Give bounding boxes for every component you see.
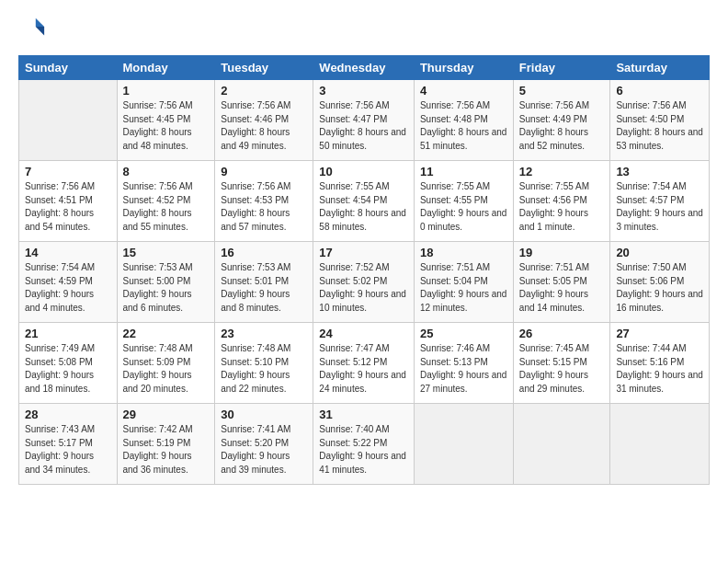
day-info: Sunrise: 7:56 AMSunset: 4:46 PMDaylight:…: [221, 99, 307, 153]
calendar-cell: [610, 404, 710, 485]
calendar-cell: 27Sunrise: 7:44 AMSunset: 5:16 PMDayligh…: [610, 323, 710, 404]
calendar-week-row: 7Sunrise: 7:56 AMSunset: 4:51 PMDaylight…: [19, 161, 710, 242]
calendar-cell: 1Sunrise: 7:56 AMSunset: 4:45 PMDaylight…: [117, 80, 215, 161]
day-info: Sunrise: 7:53 AMSunset: 5:00 PMDaylight:…: [123, 261, 210, 315]
calendar-cell: 21Sunrise: 7:49 AMSunset: 5:08 PMDayligh…: [19, 323, 118, 404]
day-info: Sunrise: 7:56 AMSunset: 4:53 PMDaylight:…: [221, 180, 307, 234]
day-number: 18: [420, 246, 507, 259]
day-number: 22: [123, 327, 210, 340]
calendar-cell: 22Sunrise: 7:48 AMSunset: 5:09 PMDayligh…: [117, 323, 215, 404]
day-number: 5: [519, 84, 605, 98]
day-number: 25: [420, 327, 507, 340]
day-info: Sunrise: 7:46 AMSunset: 5:13 PMDaylight:…: [420, 342, 507, 396]
day-info: Sunrise: 7:53 AMSunset: 5:01 PMDaylight:…: [221, 261, 307, 315]
calendar-cell: 3Sunrise: 7:56 AMSunset: 4:47 PMDaylight…: [313, 80, 415, 161]
calendar-cell: 29Sunrise: 7:42 AMSunset: 5:19 PMDayligh…: [117, 404, 215, 485]
calendar-cell: 2Sunrise: 7:56 AMSunset: 4:46 PMDaylight…: [215, 80, 313, 161]
calendar-cell: 18Sunrise: 7:51 AMSunset: 5:04 PMDayligh…: [414, 242, 513, 323]
weekday-header: Wednesday: [313, 56, 415, 80]
calendar-cell: 26Sunrise: 7:45 AMSunset: 5:15 PMDayligh…: [513, 323, 610, 404]
svg-marker-0: [36, 18, 44, 27]
day-info: Sunrise: 7:47 AMSunset: 5:12 PMDaylight:…: [319, 342, 408, 396]
calendar-cell: 17Sunrise: 7:52 AMSunset: 5:02 PMDayligh…: [313, 242, 415, 323]
calendar-cell: 19Sunrise: 7:51 AMSunset: 5:05 PMDayligh…: [513, 242, 610, 323]
day-number: 16: [221, 246, 307, 259]
calendar-cell: 9Sunrise: 7:56 AMSunset: 4:53 PMDaylight…: [215, 161, 313, 242]
day-info: Sunrise: 7:52 AMSunset: 5:02 PMDaylight:…: [319, 261, 408, 315]
weekday-header: Sunday: [19, 56, 118, 80]
day-info: Sunrise: 7:56 AMSunset: 4:45 PMDaylight:…: [123, 99, 210, 153]
calendar-cell: 11Sunrise: 7:55 AMSunset: 4:55 PMDayligh…: [414, 161, 513, 242]
calendar-cell: 31Sunrise: 7:40 AMSunset: 5:22 PMDayligh…: [313, 404, 415, 485]
weekday-header: Tuesday: [215, 56, 313, 80]
day-info: Sunrise: 7:48 AMSunset: 5:10 PMDaylight:…: [221, 342, 307, 396]
day-info: Sunrise: 7:41 AMSunset: 5:20 PMDaylight:…: [221, 423, 307, 477]
day-number: 24: [319, 327, 408, 340]
calendar-cell: 30Sunrise: 7:41 AMSunset: 5:20 PMDayligh…: [215, 404, 313, 485]
day-info: Sunrise: 7:51 AMSunset: 5:04 PMDaylight:…: [420, 261, 507, 315]
calendar-week-row: 21Sunrise: 7:49 AMSunset: 5:08 PMDayligh…: [19, 323, 710, 404]
calendar-cell: 6Sunrise: 7:56 AMSunset: 4:50 PMDaylight…: [610, 80, 710, 161]
day-info: Sunrise: 7:43 AMSunset: 5:17 PMDaylight:…: [25, 423, 111, 477]
weekday-header: Friday: [513, 56, 610, 80]
calendar-week-row: 28Sunrise: 7:43 AMSunset: 5:17 PMDayligh…: [19, 404, 710, 485]
day-info: Sunrise: 7:56 AMSunset: 4:47 PMDaylight:…: [319, 99, 408, 153]
svg-marker-1: [36, 27, 44, 35]
day-number: 1: [123, 84, 210, 98]
calendar-cell: 16Sunrise: 7:53 AMSunset: 5:01 PMDayligh…: [215, 242, 313, 323]
calendar-week-row: 14Sunrise: 7:54 AMSunset: 4:59 PMDayligh…: [19, 242, 710, 323]
calendar-cell: 20Sunrise: 7:50 AMSunset: 5:06 PMDayligh…: [610, 242, 710, 323]
day-number: 23: [221, 327, 307, 340]
calendar-cell: 8Sunrise: 7:56 AMSunset: 4:52 PMDaylight…: [117, 161, 215, 242]
weekday-header: Thursday: [414, 56, 513, 80]
day-info: Sunrise: 7:48 AMSunset: 5:09 PMDaylight:…: [123, 342, 210, 396]
header: [18, 15, 710, 44]
day-info: Sunrise: 7:42 AMSunset: 5:19 PMDaylight:…: [123, 423, 210, 477]
day-number: 4: [420, 84, 507, 98]
page: SundayMondayTuesdayWednesdayThursdayFrid…: [0, 0, 728, 563]
day-number: 8: [123, 165, 210, 178]
day-info: Sunrise: 7:40 AMSunset: 5:22 PMDaylight:…: [319, 423, 408, 477]
day-number: 6: [616, 84, 703, 98]
calendar-cell: 13Sunrise: 7:54 AMSunset: 4:57 PMDayligh…: [610, 161, 710, 242]
day-number: 12: [519, 165, 605, 178]
day-info: Sunrise: 7:44 AMSunset: 5:16 PMDaylight:…: [616, 342, 703, 396]
day-info: Sunrise: 7:56 AMSunset: 4:49 PMDaylight:…: [519, 99, 605, 153]
calendar-cell: 23Sunrise: 7:48 AMSunset: 5:10 PMDayligh…: [215, 323, 313, 404]
day-number: 9: [221, 165, 307, 178]
weekday-header-row: SundayMondayTuesdayWednesdayThursdayFrid…: [19, 56, 710, 80]
day-number: 27: [616, 327, 703, 340]
day-number: 15: [123, 246, 210, 259]
day-number: 21: [25, 327, 111, 340]
day-number: 14: [25, 246, 111, 259]
day-info: Sunrise: 7:56 AMSunset: 4:51 PMDaylight:…: [25, 180, 111, 234]
calendar-cell: 12Sunrise: 7:55 AMSunset: 4:56 PMDayligh…: [513, 161, 610, 242]
day-number: 26: [519, 327, 605, 340]
day-number: 11: [420, 165, 507, 178]
day-info: Sunrise: 7:51 AMSunset: 5:05 PMDaylight:…: [519, 261, 605, 315]
logo-icon: [20, 15, 46, 40]
calendar-cell: 24Sunrise: 7:47 AMSunset: 5:12 PMDayligh…: [313, 323, 415, 404]
day-number: 31: [319, 408, 408, 421]
day-info: Sunrise: 7:56 AMSunset: 4:50 PMDaylight:…: [616, 99, 703, 153]
calendar-cell: [513, 404, 610, 485]
calendar: SundayMondayTuesdayWednesdayThursdayFrid…: [18, 55, 710, 485]
day-number: 3: [319, 84, 408, 98]
day-number: 10: [319, 165, 408, 178]
calendar-cell: 28Sunrise: 7:43 AMSunset: 5:17 PMDayligh…: [19, 404, 118, 485]
day-number: 7: [25, 165, 111, 178]
day-info: Sunrise: 7:56 AMSunset: 4:52 PMDaylight:…: [123, 180, 210, 234]
day-number: 20: [616, 246, 703, 259]
calendar-cell: 15Sunrise: 7:53 AMSunset: 5:00 PMDayligh…: [117, 242, 215, 323]
day-number: 17: [319, 246, 408, 259]
calendar-cell: 7Sunrise: 7:56 AMSunset: 4:51 PMDaylight…: [19, 161, 118, 242]
weekday-header: Monday: [117, 56, 215, 80]
day-number: 28: [25, 408, 111, 421]
day-info: Sunrise: 7:54 AMSunset: 4:59 PMDaylight:…: [25, 261, 111, 315]
day-info: Sunrise: 7:45 AMSunset: 5:15 PMDaylight:…: [519, 342, 605, 396]
calendar-cell: [19, 80, 118, 161]
day-number: 13: [616, 165, 703, 178]
day-number: 2: [221, 84, 307, 98]
calendar-cell: [414, 404, 513, 485]
day-info: Sunrise: 7:56 AMSunset: 4:48 PMDaylight:…: [420, 99, 507, 153]
